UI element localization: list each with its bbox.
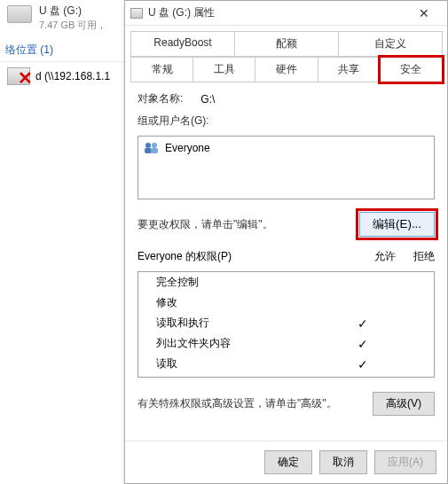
users-icon <box>144 142 160 154</box>
user-name: Everyone <box>165 142 210 154</box>
tab-工具[interactable]: 工具 <box>193 57 255 82</box>
advanced-button[interactable]: 高级(V) <box>373 392 435 416</box>
user-item[interactable]: Everyone <box>142 140 430 156</box>
edit-button[interactable]: 编辑(E)... <box>359 212 435 237</box>
properties-dialog: U 盘 (G:) 属性 ✕ ReadyBoost配额自定义 常规工具硬件共享安全… <box>124 0 448 484</box>
allow-cell: ✓ <box>342 357 384 371</box>
network-locations-header: 络位置 (1) <box>0 35 133 62</box>
permission-row: 修改 <box>138 293 434 313</box>
close-button[interactable]: ✕ <box>406 6 442 20</box>
permission-row: 完全控制 <box>138 272 434 293</box>
drive-item[interactable]: U 盘 (G:) 7.47 GB 可用， <box>0 0 133 35</box>
dialog-buttons: 确定 取消 应用(A) <box>125 441 447 483</box>
deny-header: 拒绝 <box>413 249 435 264</box>
svg-point-0 <box>145 143 151 148</box>
cancel-button[interactable]: 取消 <box>319 450 367 474</box>
tab-常规[interactable]: 常规 <box>130 57 193 82</box>
object-name-value: G:\ <box>200 93 215 105</box>
users-listbox[interactable]: Everyone <box>138 136 435 199</box>
network-drive-item[interactable]: ✕ d (\\192.168.1.1 <box>0 62 133 90</box>
allow-header: 允许 <box>374 249 396 264</box>
permission-name: 读取 <box>145 356 342 371</box>
drive-icon <box>130 8 143 19</box>
permission-row: 读取和执行✓ <box>138 313 434 333</box>
ok-button[interactable]: 确定 <box>264 450 312 474</box>
tab-配额[interactable]: 配额 <box>234 31 339 57</box>
tab-content: 对象名称: G:\ 组或用户名(G): Everyone 要更改权限，请单击"编… <box>125 82 447 441</box>
drive-label: U 盘 (G:) <box>39 4 106 19</box>
permission-row: 写入 <box>138 374 434 378</box>
tab-自定义[interactable]: 自定义 <box>338 31 443 57</box>
tab-共享[interactable]: 共享 <box>318 57 381 82</box>
allow-cell: ✓ <box>342 316 384 331</box>
permission-name: 读取和执行 <box>145 316 342 331</box>
tab-strip: ReadyBoost配额自定义 常规工具硬件共享安全 <box>125 26 447 82</box>
explorer-panel: U 盘 (G:) 7.47 GB 可用， 络位置 (1) ✕ d (\\192.… <box>0 0 133 484</box>
svg-point-2 <box>152 143 157 148</box>
object-name-label: 对象名称: <box>138 91 183 106</box>
permission-row: 读取✓ <box>138 354 434 374</box>
drive-sublabel: 7.47 GB 可用， <box>39 19 106 32</box>
permissions-listbox[interactable]: 完全控制修改读取和执行✓列出文件夹内容✓读取✓写入 <box>138 271 435 378</box>
tab-readyboost[interactable]: ReadyBoost <box>130 31 235 57</box>
permission-name: 写入 <box>145 377 342 378</box>
allow-cell: ✓ <box>342 337 384 351</box>
svg-rect-1 <box>145 148 152 153</box>
network-drive-label: d (\\192.168.1.1 <box>35 70 110 82</box>
titlebar[interactable]: U 盘 (G:) 属性 ✕ <box>125 1 447 26</box>
svg-rect-3 <box>151 148 158 153</box>
disconnected-x-icon: ✕ <box>18 67 33 89</box>
permissions-title: Everyone 的权限(P) <box>138 249 232 264</box>
permission-name: 完全控制 <box>145 275 342 290</box>
group-users-label: 组或用户名(G): <box>138 113 435 129</box>
tab-安全[interactable]: 安全 <box>380 57 443 82</box>
apply-button[interactable]: 应用(A) <box>374 450 436 474</box>
advanced-hint: 有关特殊权限或高级设置，请单击"高级"。 <box>138 396 337 411</box>
permission-row: 列出文件夹内容✓ <box>138 333 434 354</box>
edit-hint: 要更改权限，请单击"编辑"。 <box>138 217 273 232</box>
usb-drive-icon <box>7 5 32 23</box>
dialog-title: U 盘 (G:) 属性 <box>148 5 406 20</box>
tab-硬件[interactable]: 硬件 <box>255 57 318 82</box>
permission-name: 修改 <box>145 295 342 310</box>
permission-name: 列出文件夹内容 <box>145 336 342 351</box>
